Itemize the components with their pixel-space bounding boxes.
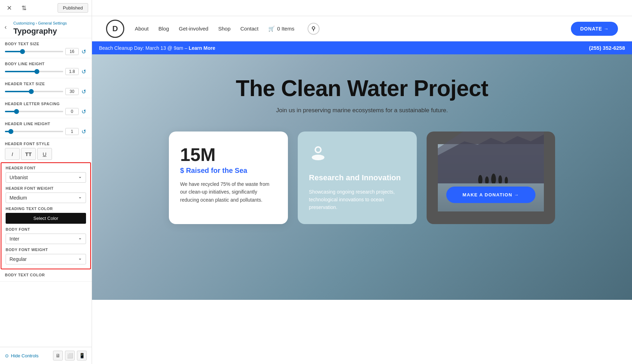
heading-text-color-field: HEADING TEXT COLOR Select Color — [6, 207, 86, 224]
header-letter-spacing-row: 0 ↺ — [5, 108, 87, 115]
cart-items: 0 Items — [277, 26, 294, 32]
back-button[interactable]: ‹ — [0, 21, 11, 33]
header-font-style-section: HEADER FONT STYLE I TT U — [0, 138, 92, 162]
body-text-size-reset[interactable]: ↺ — [81, 48, 87, 55]
highlighted-section: HEADER FONT Urbanist Inter Roboto Open S… — [1, 162, 91, 269]
nav-search-button[interactable]: ⚲ — [308, 23, 320, 35]
nav-link-blog[interactable]: Blog — [158, 26, 169, 32]
body-text-size-label: BODY TEXT SIZE — [5, 42, 87, 46]
body-font-weight-field: BODY FONT WEIGHT Regular Medium Bold Lig… — [6, 248, 86, 264]
header-line-height-slider[interactable] — [5, 131, 63, 132]
search-icon: ⚲ — [311, 25, 316, 32]
hero-section: The Clean Water Project Join us in prese… — [92, 54, 632, 300]
body-line-height-reset[interactable]: ↺ — [81, 68, 87, 75]
card-blue-icon — [309, 144, 406, 166]
donation-button[interactable]: MAKE A DONATION → — [446, 187, 535, 203]
body-text-color-label: BODY TEXT COLOR — [5, 273, 87, 277]
nav-logo: D — [106, 20, 124, 38]
header-line-height-row: 1 ↺ — [5, 128, 87, 135]
body-text-size-row: 16 ↺ — [5, 48, 87, 55]
announcement-bar: Beach Cleanup Day: March 13 @ 9am – Lear… — [92, 41, 632, 54]
body-font-weight-select[interactable]: Regular Medium Bold Light — [6, 254, 86, 264]
breadcrumb-part1: Customizing — [13, 21, 35, 25]
italic-button[interactable]: I — [5, 148, 20, 160]
underline-button[interactable]: U — [37, 148, 52, 160]
hero-title: The Clean Water Project — [236, 75, 488, 101]
nav-link-shop[interactable]: Shop — [218, 26, 230, 32]
cards-row: 15M $ Raised for the Sea We have recycle… — [169, 132, 555, 224]
body-font-weight-label: BODY FONT WEIGHT — [6, 248, 86, 252]
header-font-weight-select[interactable]: Medium Regular Bold Light — [6, 193, 86, 203]
card-desc: We have recycled 75% of the waste from o… — [180, 180, 277, 204]
header-line-height-label: HEADER LINE HEIGHT — [5, 122, 87, 126]
card-raised: 15M $ Raised for the Sea We have recycle… — [169, 132, 288, 224]
header-font-weight-label: HEADER FONT WEIGHT — [6, 186, 86, 190]
hide-controls-button[interactable]: ⊙ Hide Controls — [5, 353, 39, 358]
sidebar-header: ‹ Customizing › General Settings Typogra… — [0, 16, 92, 38]
nav-link-contact[interactable]: Contact — [241, 26, 259, 32]
nav-cart[interactable]: 🛒 0 Items — [268, 26, 294, 32]
bold-button[interactable]: TT — [21, 148, 36, 160]
select-color-button[interactable]: Select Color — [6, 213, 86, 224]
donate-button[interactable]: DONATE → — [571, 22, 618, 36]
header-letter-spacing-reset[interactable]: ↺ — [81, 108, 87, 115]
heading-text-color-label: HEADING TEXT COLOR — [6, 207, 86, 211]
mobile-view-button[interactable]: 📱 — [77, 351, 87, 360]
card-number: 15M — [180, 144, 277, 165]
body-font-select[interactable]: Inter Roboto Open Sans Lato — [6, 234, 86, 244]
header-line-height-section: HEADER LINE HEIGHT 1 ↺ — [0, 118, 92, 138]
preview-area: D About Blog Get-involved Shop Contact 🛒… — [92, 16, 632, 364]
main-layout: ‹ Customizing › General Settings Typogra… — [0, 16, 632, 364]
header-font-style-label: HEADER FONT STYLE — [5, 142, 87, 146]
header-letter-spacing-section: HEADER LETTER SPACING 0 ↺ — [0, 98, 92, 118]
card-raised-text: $ Raised for the Sea — [180, 167, 277, 175]
card-blue-title: Research and Innovation — [309, 173, 406, 183]
card-blue-desc: Showcasing ongoing research projects, te… — [309, 188, 406, 211]
body-line-height-section: BODY LINE HEIGHT 1.8 ↺ — [0, 58, 92, 78]
header-text-size-label: HEADER TEXT SIZE — [5, 82, 87, 86]
header-text-size-reset[interactable]: ↺ — [81, 88, 87, 95]
header-font-weight-field: HEADER FONT WEIGHT Medium Regular Bold L… — [6, 186, 86, 203]
header-text-size-value: 30 — [65, 88, 79, 95]
header-text-size-row: 30 ↺ — [5, 88, 87, 95]
breadcrumb: Customizing › General Settings — [13, 21, 87, 25]
header-letter-spacing-label: HEADER LETTER SPACING — [5, 102, 87, 106]
svg-point-2 — [316, 148, 320, 152]
body-text-size-value: 16 — [65, 48, 79, 55]
announcement-main-text: Beach Cleanup Day: March 13 @ 9am – — [99, 45, 187, 51]
nav-link-get-involved[interactable]: Get-involved — [179, 26, 208, 32]
header-letter-spacing-value: 0 — [65, 108, 79, 115]
body-text-size-slider[interactable] — [5, 51, 63, 52]
swap-button[interactable]: ⇅ — [18, 2, 29, 14]
header-text-size-section: HEADER TEXT SIZE 30 ↺ — [0, 78, 92, 98]
announcement-phone: (255) 352-6258 — [589, 45, 625, 51]
header-letter-spacing-slider[interactable] — [5, 111, 63, 112]
body-text-color-section: BODY TEXT COLOR — [0, 269, 92, 282]
body-line-height-slider[interactable] — [5, 71, 63, 72]
nav-links: About Blog Get-involved Shop Contact 🛒 0… — [135, 23, 564, 35]
font-style-row: I TT U — [5, 148, 87, 160]
header-font-label: HEADER FONT — [6, 166, 86, 170]
announcement-link[interactable]: Learn More — [189, 45, 215, 51]
body-line-height-value: 1.8 — [65, 68, 79, 75]
top-bar-left: ✕ ⇅ Published — [0, 0, 92, 16]
body-line-height-label: BODY LINE HEIGHT — [5, 62, 87, 66]
header-line-height-value: 1 — [65, 128, 79, 135]
header-font-select[interactable]: Urbanist Inter Roboto Open Sans — [6, 172, 86, 183]
announcement-text: Beach Cleanup Day: March 13 @ 9am – Lear… — [99, 45, 215, 51]
body-line-height-row: 1.8 ↺ — [5, 68, 87, 75]
sidebar: ‹ Customizing › General Settings Typogra… — [0, 16, 92, 364]
published-button[interactable]: Published — [58, 3, 88, 13]
desktop-view-button[interactable]: 🖥 — [53, 351, 63, 360]
top-bar: ✕ ⇅ Published — [0, 0, 632, 16]
card-photo: MAKE A DONATION → — [427, 132, 555, 224]
hide-controls-label: Hide Controls — [11, 353, 39, 358]
silhouette-background: MAKE A DONATION → — [438, 144, 544, 211]
header-line-height-reset[interactable]: ↺ — [81, 128, 87, 135]
header-text-size-slider[interactable] — [5, 91, 63, 92]
sidebar-title: Typography — [13, 27, 87, 36]
nav-link-about[interactable]: About — [135, 26, 149, 32]
close-button[interactable]: ✕ — [4, 2, 15, 14]
body-font-field: BODY FONT Inter Roboto Open Sans Lato — [6, 227, 86, 244]
tablet-view-button[interactable]: ⬜ — [65, 351, 75, 360]
